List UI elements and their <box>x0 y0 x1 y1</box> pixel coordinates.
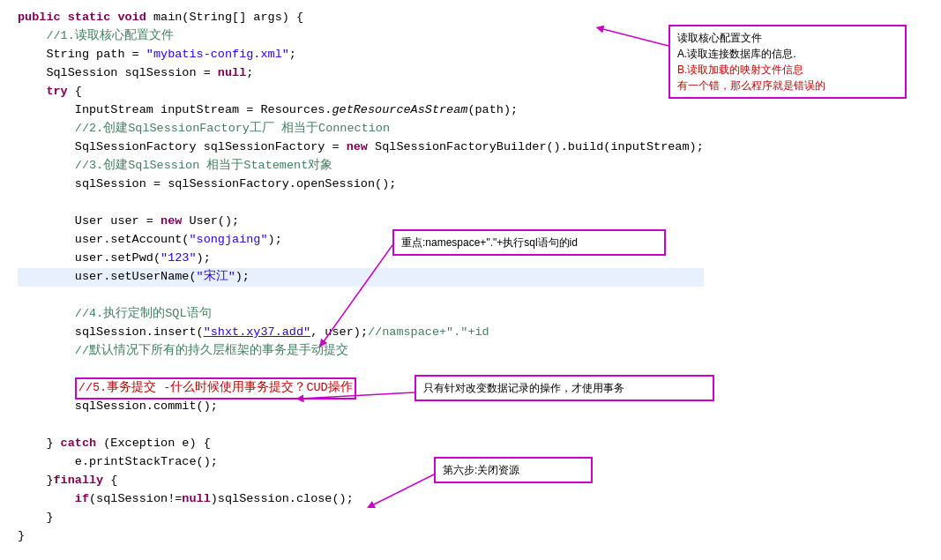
annotation-namespace: 重点:namespace+"."+执行sql语句的id <box>392 229 666 256</box>
annotation-text-1c: B.读取加载的映射文件信息 <box>677 62 898 78</box>
annotation-transaction: 只有针对改变数据记录的操作，才使用事务 <box>414 375 714 401</box>
code-line-9: //3.创建SqlSession 相当于Statement对象 <box>18 157 704 175</box>
code-line-1: public static void main(String[] args) { <box>18 9 704 27</box>
code-line-27: if(sqlSession!=null)sqlSession.close(); <box>18 490 704 509</box>
code-line-5: try { <box>18 83 704 101</box>
code-line-7: //2.创建SqlSessionFactory工厂 相当于Connection <box>18 120 704 138</box>
code-line-28: } <box>18 509 704 527</box>
code-line-16 <box>18 287 704 305</box>
annotation-close-resource: 第六步:关闭资源 <box>434 457 593 483</box>
code-line-26: }finally { <box>18 472 704 490</box>
code-line-18: sqlSession.insert("shxt.xy37.add", user)… <box>18 324 704 342</box>
code-line-8: SqlSessionFactory sqlSessionFactory = ne… <box>18 138 704 157</box>
code-line-11 <box>18 194 704 213</box>
code-line-2: //1.读取核心配置文件 <box>18 27 704 46</box>
code-line-19: //默认情况下所有的持久层框架的事务是手动提交 <box>18 342 704 361</box>
code-line-25: e.printStackTrace(); <box>18 453 704 472</box>
code-line-4: SqlSession sqlSession = null; <box>18 64 704 83</box>
annotation-text-2a: 重点:namespace+"."+执行sql语句的id <box>401 235 657 250</box>
annotation-core-config: 读取核心配置文件 A.读取连接数据库的信息. B.读取加载的映射文件信息 有一个… <box>668 25 907 99</box>
annotation-text-4a: 第六步:关闭资源 <box>443 462 584 478</box>
code-line-6: InputStream inputStream = Resources.getR… <box>18 101 704 120</box>
annotation-text-1b: A.读取连接数据库的信息. <box>677 46 898 62</box>
code-line-17: //4.执行定制的SQL语句 <box>18 305 704 324</box>
code-line-24: } catch (Exception e) { <box>18 435 704 453</box>
code-line-29: } <box>18 527 704 546</box>
code-area: public static void main(String[] args) {… <box>0 0 704 555</box>
annotation-text-1a: 读取核心配置文件 <box>677 30 898 46</box>
code-line-23 <box>18 416 704 435</box>
code-line-10: sqlSession = sqlSessionFactory.openSessi… <box>18 175 704 194</box>
code-line-15: user.setUserName("宋江"); <box>18 268 704 287</box>
annotation-text-3a: 只有针对改变数据记录的操作，才使用事务 <box>423 380 706 396</box>
annotation-text-1d: 有一个错，那么程序就是错误的 <box>677 78 898 93</box>
code-line-12: User user = new User(); <box>18 213 704 231</box>
code-line-3: String path = "mybatis-config.xml"; <box>18 46 704 64</box>
